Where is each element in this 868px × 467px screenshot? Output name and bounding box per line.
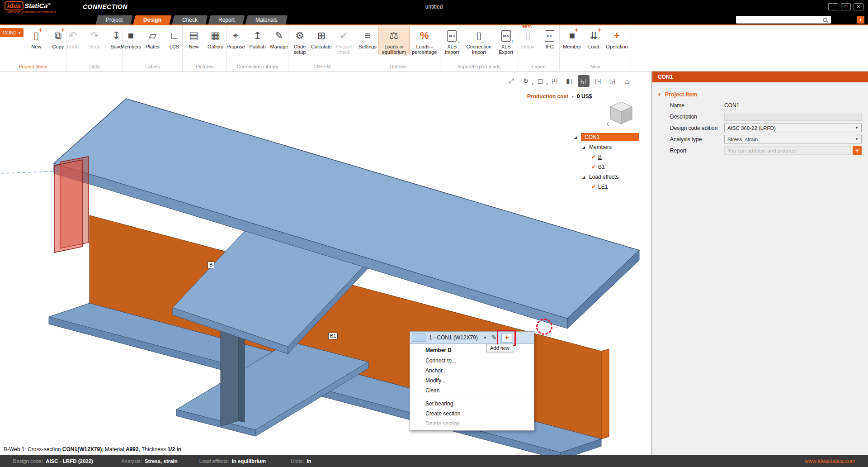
checkmark-icon[interactable]: ✔ <box>591 164 596 170</box>
project-item-selector-button[interactable]: CON1 ▾ <box>0 28 24 37</box>
design-code-dropdown[interactable]: AISC 360-22 (LRFD) ▼ <box>724 124 862 132</box>
connection-import-button[interactable]: ▯↓ Connection Import <box>463 26 495 55</box>
member-label-b[interactable]: B <box>208 262 214 268</box>
ribbon-group-labels: ■ Members ▱ Plates ∟ LCS Labels <box>123 25 183 71</box>
tree-row-con1[interactable]: ◢ CON1 <box>574 132 648 142</box>
tree-item-load-effects[interactable]: Load effects <box>589 174 618 180</box>
status-load-effects: In equilibrium <box>231 458 265 464</box>
labels-lcs-toggle[interactable]: ∟ LCS <box>164 26 185 49</box>
production-cost-value: 0 US$ <box>577 93 592 100</box>
expander-icon[interactable]: ◢ <box>582 175 587 179</box>
menu-item-anchor[interactable]: Anchor... <box>410 366 534 376</box>
tree-item-b1[interactable]: B1 <box>598 164 605 170</box>
report-field[interactable]: You can add text and pictures <box>724 146 851 155</box>
new-operation-button[interactable]: + Operation <box>604 26 629 49</box>
member-label-b1[interactable]: B1 <box>328 333 338 339</box>
view-section-button[interactable]: ◲ <box>607 75 618 87</box>
tree-row-le1[interactable]: ✔ LE1 <box>574 182 648 192</box>
expander-icon[interactable]: ◢ <box>582 145 587 149</box>
tree-row-member-b1[interactable]: ✔ B1 <box>574 162 648 172</box>
new-member-button[interactable]: ■+ Member <box>561 26 583 49</box>
view-shaded-button[interactable]: ◱ <box>578 75 590 87</box>
view-home-button[interactable]: ⌂ <box>621 75 633 87</box>
propose-button[interactable]: ⌖ Propose <box>225 26 247 49</box>
tree-item-le1[interactable]: LE1 <box>598 184 608 190</box>
search-input[interactable] <box>736 17 823 23</box>
tree-item-members[interactable]: Members <box>589 144 612 150</box>
tree-row-members[interactable]: ◢ Members <box>574 142 648 152</box>
analysis-type-dropdown[interactable]: Stress, strain ▼ <box>724 135 862 143</box>
manage-button[interactable]: ✎ Manage <box>269 26 290 49</box>
tab-materials[interactable]: Materials <box>245 15 288 24</box>
website-link[interactable]: www.ideastatica.com <box>805 458 855 464</box>
menu-item-create-section[interactable]: Create section <box>410 409 534 419</box>
calculate-button[interactable]: ⊞ Calculate <box>311 26 332 49</box>
tab-project[interactable]: Project <box>96 15 133 24</box>
menu-item-set-bearing[interactable]: Set bearing <box>410 399 534 409</box>
report-add-button[interactable]: + <box>853 146 862 155</box>
checkmark-icon[interactable]: ✔ <box>591 154 596 160</box>
tree-item-b[interactable]: B <box>598 154 602 160</box>
menu-item-modify[interactable]: Modify... <box>410 376 534 386</box>
edit-pencil-icon[interactable]: ✎ <box>490 334 499 341</box>
close-button[interactable]: ✕ <box>854 3 863 10</box>
group-label-import-export-loads: Import/Export loads <box>441 63 517 71</box>
view-corner-icon: ◰ <box>552 77 558 85</box>
loads-in-equilibrium-toggle[interactable]: ⚖ Loads in equilibrium <box>378 26 409 55</box>
name-value[interactable]: CON1 <box>724 102 739 109</box>
maximize-button[interactable]: □ <box>841 3 851 10</box>
production-cost: Production cost - 0 US$ <box>527 93 592 100</box>
section-collapse-icon[interactable]: ▼ <box>657 92 661 97</box>
xls-export-button[interactable]: XLS↑ XLS Export <box>495 26 517 55</box>
menu-item-connect-to[interactable]: Connect to... <box>410 356 534 366</box>
settings-button[interactable]: ≡ Settings <box>357 26 378 49</box>
overall-check-button[interactable]: ✔ Overall check <box>332 26 355 55</box>
code-setup-button[interactable]: ⚙ Code setup <box>289 26 311 55</box>
new-load-button[interactable]: ⇊+ Load <box>583 26 604 49</box>
zoom-fit-button[interactable]: ⤢ <box>505 75 517 87</box>
3d-viewport[interactable]: ⤢ ↻▾ ◻▾ ◰ ◧ ◱ ◳ ◲ ⌂ Production cost - 0 … <box>0 71 651 455</box>
member-b-end-plate[interactable] <box>601 349 609 439</box>
search-box[interactable] <box>736 16 831 24</box>
description-field[interactable] <box>724 113 862 121</box>
labels-plates-toggle[interactable]: ▱ Plates <box>142 26 164 49</box>
xls-import-button[interactable]: XLS↓ XLS Import <box>441 26 463 55</box>
gallery-button[interactable]: ▦ Gallery <box>205 26 226 49</box>
select-marquee-button[interactable]: ◻▾ <box>534 75 546 87</box>
publish-button[interactable]: ↥ Publish <box>247 26 269 49</box>
tab-report[interactable]: Report <box>208 15 245 24</box>
checkmark-icon[interactable]: ✔ <box>591 184 596 190</box>
new-document-icon: ▯+ <box>33 28 39 44</box>
redo-button[interactable]: ↷ Redo <box>84 26 105 49</box>
project-item-section[interactable]: ▼ Project item <box>652 90 868 100</box>
new-project-item-button[interactable]: ▯+ New <box>25 26 47 49</box>
detail-export-button[interactable]: BETA▯ Detail <box>517 26 539 49</box>
navigation-cube[interactable] <box>604 100 637 129</box>
undo-button[interactable]: ↶ Undo <box>62 26 84 49</box>
highlighted-plate-front[interactable] <box>54 160 83 253</box>
tab-design[interactable]: Design <box>133 15 172 24</box>
minimize-button[interactable]: – <box>828 3 838 10</box>
tree-row-member-b[interactable]: ✔ B <box>574 152 648 162</box>
ifc-export-button[interactable]: IFC IFC <box>539 26 561 49</box>
loads-percentage-toggle[interactable]: % Loads - percentage <box>409 26 439 55</box>
tab-check[interactable]: Check <box>172 15 208 24</box>
add-new-button[interactable]: + <box>501 333 512 343</box>
view-corner-button[interactable]: ◰ <box>549 75 561 87</box>
account-icon[interactable]: i <box>857 16 864 24</box>
search-icon[interactable] <box>823 18 827 22</box>
new-picture-button[interactable]: ▤ New <box>183 26 205 49</box>
view-transparent-button[interactable]: ◳ <box>592 75 604 87</box>
caret-down-icon[interactable]: ▼ <box>483 336 487 340</box>
caret-down-icon: ▼ <box>855 137 859 141</box>
connection-selector-bar[interactable]: 1 - CON1 (W12X79) ▼ ✎ + <box>410 332 534 344</box>
connection-selector-value[interactable]: 1 - CON1 (W12X79) <box>429 334 481 341</box>
rotate-view-button[interactable]: ↻▾ <box>520 75 532 87</box>
tree-item-con1[interactable]: CON1 <box>581 133 639 141</box>
expander-icon[interactable]: ◢ <box>574 135 579 139</box>
view-solid-button[interactable]: ◧ <box>563 75 575 87</box>
labels-members-toggle[interactable]: ■ Members <box>120 26 142 49</box>
tree-row-load-effects[interactable]: ◢ Load effects <box>574 172 648 182</box>
menu-item-clean[interactable]: Clean <box>410 386 534 396</box>
3d-scene[interactable] <box>0 71 651 455</box>
